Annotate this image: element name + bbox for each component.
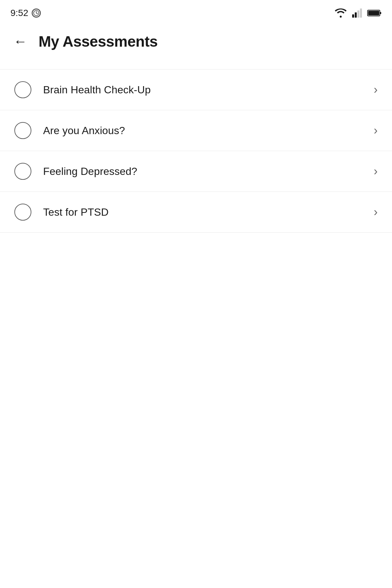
svg-rect-8 <box>380 12 381 14</box>
radio-brain-health[interactable] <box>14 81 31 98</box>
page-title: My Assessments <box>39 33 158 50</box>
clock-icon <box>32 8 41 18</box>
svg-rect-6 <box>360 8 362 18</box>
assessment-label-brain-health: Brain Health Check-Up <box>43 84 362 96</box>
signal-icon <box>352 8 362 18</box>
radio-anxious[interactable] <box>14 122 31 139</box>
chevron-right-icon: › <box>374 205 378 219</box>
status-bar: 9:52 <box>0 0 392 23</box>
status-icons <box>335 8 382 18</box>
svg-line-2 <box>36 13 38 14</box>
wifi-icon <box>335 8 347 18</box>
assessment-list: Brain Health Check-Up › Are you Anxious?… <box>0 69 392 233</box>
chevron-right-icon: › <box>374 124 378 137</box>
assessment-item-ptsd[interactable]: Test for PTSD › <box>0 192 392 233</box>
svg-rect-5 <box>357 10 359 18</box>
chevron-right-icon: › <box>374 164 378 178</box>
assessment-item-brain-health[interactable]: Brain Health Check-Up › <box>0 69 392 110</box>
radio-depressed[interactable] <box>14 163 31 180</box>
back-arrow-icon: ← <box>13 35 27 48</box>
assessment-label-ptsd: Test for PTSD <box>43 206 362 218</box>
assessment-label-depressed: Feeling Depressed? <box>43 165 362 178</box>
radio-ptsd[interactable] <box>14 204 31 221</box>
status-time: 9:52 <box>10 8 41 18</box>
battery-icon <box>367 9 382 17</box>
assessment-label-anxious: Are you Anxious? <box>43 125 362 137</box>
back-button[interactable]: ← <box>12 33 29 50</box>
header: ← My Assessments <box>0 23 392 59</box>
assessment-item-anxious[interactable]: Are you Anxious? › <box>0 110 392 151</box>
svg-rect-9 <box>368 11 379 15</box>
svg-rect-3 <box>352 14 354 18</box>
chevron-right-icon: › <box>374 83 378 97</box>
time-display: 9:52 <box>10 8 28 18</box>
svg-rect-4 <box>355 12 357 18</box>
assessment-item-depressed[interactable]: Feeling Depressed? › <box>0 151 392 192</box>
